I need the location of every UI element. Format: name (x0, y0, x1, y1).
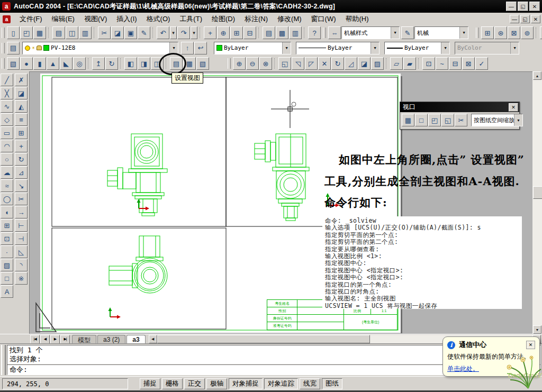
cylinder-tool[interactable]: ▮ (33, 57, 46, 70)
menu-item[interactable]: 工具(T) (175, 13, 207, 25)
stretch-tool[interactable]: ↘ (15, 179, 28, 192)
mirror-tool[interactable]: ◭ (15, 100, 28, 113)
zoom-center-tool[interactable]: ⊚ (521, 26, 534, 39)
text-style-combo[interactable]: 机械 ▼ (414, 26, 468, 39)
intersect-tool[interactable]: ⊗ (259, 57, 272, 70)
menu-item[interactable]: 窗口(W) (306, 13, 341, 25)
tool-palettes-button[interactable]: ▥ (289, 26, 302, 39)
clip-existing-viewport-button[interactable]: ✂ (455, 114, 467, 126)
move-faces-tool[interactable]: ◹ (292, 57, 304, 70)
scroll-up-button[interactable]: ▲ (533, 71, 541, 80)
toolbar-grip[interactable] (2, 28, 5, 38)
copy-edges-tool[interactable]: ▱ (390, 57, 403, 70)
close-icon[interactable]: ✕ (509, 103, 518, 112)
menu-item[interactable]: 文件(F) (15, 13, 47, 25)
toolbar-grip[interactable] (476, 28, 479, 38)
redo-button[interactable]: ↷ (177, 26, 190, 39)
zoom-previous-button[interactable]: ⊟ (243, 26, 256, 39)
imprint-tool[interactable]: ⊡ (422, 57, 435, 70)
chevron-down-icon[interactable]: ▼ (282, 42, 291, 54)
tab-a3[interactable]: a3 (127, 335, 145, 343)
zoom-in-tool[interactable]: ⊕ (540, 26, 542, 39)
zoom-dynamic-tool[interactable]: ⊛ (494, 26, 507, 39)
revolve-tool[interactable]: ↻ (105, 57, 118, 70)
tab-model[interactable]: 模型 (72, 335, 96, 343)
ortho-toggle[interactable]: 正交 (184, 378, 205, 389)
zoom-realtime-button[interactable]: ⊕ (217, 26, 230, 39)
tab-last-button[interactable]: ▶| (60, 335, 70, 344)
redo-dropdown[interactable]: ▾ (191, 26, 197, 39)
chamfer-tool[interactable]: ◺ (15, 245, 28, 258)
dim-style-combo[interactable]: 机械样式 ▼ (341, 26, 400, 39)
menu-item[interactable]: 修改(M) (273, 13, 306, 25)
scale-tool[interactable]: ⊿ (15, 166, 28, 179)
pan-realtime-button[interactable]: + (204, 26, 216, 39)
ellipse-arc-tool[interactable]: ◖ (1, 206, 13, 218)
paste-button[interactable]: ▣ (124, 26, 137, 39)
linetype-combo[interactable]: ByLayer ▼ (296, 42, 380, 54)
tab-a3-2[interactable]: a3 (2) (97, 335, 125, 343)
menu-item[interactable]: 编辑(E) (47, 13, 79, 25)
spline-tool[interactable]: ≈ (1, 179, 13, 192)
mdi-close-button[interactable]: ✕ (531, 15, 540, 23)
restore-button[interactable]: ◱ (518, 2, 528, 11)
array-tool[interactable]: ⊞ (15, 126, 28, 139)
circle-tool[interactable]: ○ (1, 153, 13, 166)
rotate-tool[interactable]: ↻ (15, 153, 28, 166)
menu-item[interactable]: 标注(N) (240, 13, 273, 25)
multiline-text-tool[interactable]: A (1, 285, 13, 298)
toolbar-grip[interactable] (2, 58, 5, 69)
save-button[interactable]: ▦ (33, 26, 46, 39)
tab-first-button[interactable]: |◀ (30, 335, 40, 344)
snap-toggle[interactable]: 捕捉 (140, 378, 160, 389)
menu-item[interactable]: 视图(V) (79, 13, 112, 25)
vertical-scroll-thumb[interactable] (533, 186, 542, 199)
line-tool[interactable]: ╱ (1, 74, 13, 86)
offset-faces-tool[interactable]: ◸ (305, 57, 318, 70)
union-tool[interactable]: ⊕ (233, 57, 246, 70)
paper-model-toggle[interactable]: 图纸 (322, 378, 342, 389)
undo-dropdown[interactable]: ▾ (170, 26, 177, 39)
lineweight-combo[interactable]: ByLayer ▼ (384, 42, 450, 54)
subtract-tool[interactable]: ⊖ (246, 57, 259, 70)
setup-profile-tool[interactable]: ▧ (196, 57, 209, 70)
layer-manager-button[interactable]: ▤ (7, 42, 20, 54)
copy-button[interactable]: ◪ (111, 26, 124, 39)
polyline-tool[interactable]: ∿ (1, 100, 13, 113)
grid-toggle[interactable]: 栅格 (162, 378, 183, 389)
osnap-toggle[interactable]: 对象捕捉 (229, 378, 263, 389)
text-style-icon[interactable]: ✎ (401, 26, 414, 39)
sphere-tool[interactable]: ● (20, 57, 33, 70)
hatch-tool[interactable]: ▨ (1, 259, 13, 271)
taper-faces-tool[interactable]: ◿ (345, 57, 357, 70)
polar-toggle[interactable]: 极轴 (206, 378, 227, 389)
insert-block-tool[interactable]: ⊞ (1, 219, 13, 232)
chevron-down-icon[interactable]: ▼ (391, 27, 399, 39)
make-block-tool[interactable]: ⊡ (1, 232, 13, 245)
section-tool[interactable]: ◨ (138, 57, 150, 70)
tab-prev-button[interactable]: ◀ (40, 335, 50, 344)
horizontal-scroll-thumb[interactable] (157, 335, 370, 343)
construction-line-tool[interactable]: ╳ (1, 87, 13, 99)
explode-tool[interactable]: ※ (15, 272, 28, 285)
minimize-button[interactable]: — (506, 2, 517, 11)
extrude-faces-tool[interactable]: ◱ (278, 57, 291, 70)
chevron-down-icon[interactable]: ▼ (459, 27, 468, 39)
extrude-tool[interactable]: ↥ (92, 57, 105, 70)
shell-tool[interactable]: ⊠ (462, 57, 475, 70)
otrack-toggle[interactable]: 对象追踪 (264, 378, 298, 389)
color-combo[interactable]: ByLayer ▼ (214, 42, 291, 54)
undo-button[interactable]: ↶ (157, 26, 169, 39)
display-viewports-dialog-button[interactable]: ▦ (402, 114, 414, 126)
menu-item[interactable]: 绘图(D) (207, 13, 240, 25)
fillet-tool[interactable]: ◝ (15, 259, 28, 271)
color-edges-tool[interactable]: ▰ (403, 57, 416, 70)
cone-tool[interactable]: ▲ (47, 57, 59, 70)
copy-object-tool[interactable]: ◪ (15, 87, 28, 99)
polygon-tool[interactable]: ◇ (1, 113, 13, 126)
menu-item[interactable]: 格式(O) (142, 13, 175, 25)
match-properties-button[interactable]: ✎ (138, 26, 150, 39)
mdi-restore-button[interactable]: ◱ (520, 15, 530, 23)
zoom-window-button[interactable]: ⊞ (230, 26, 243, 39)
region-tool[interactable]: □ (1, 272, 13, 285)
